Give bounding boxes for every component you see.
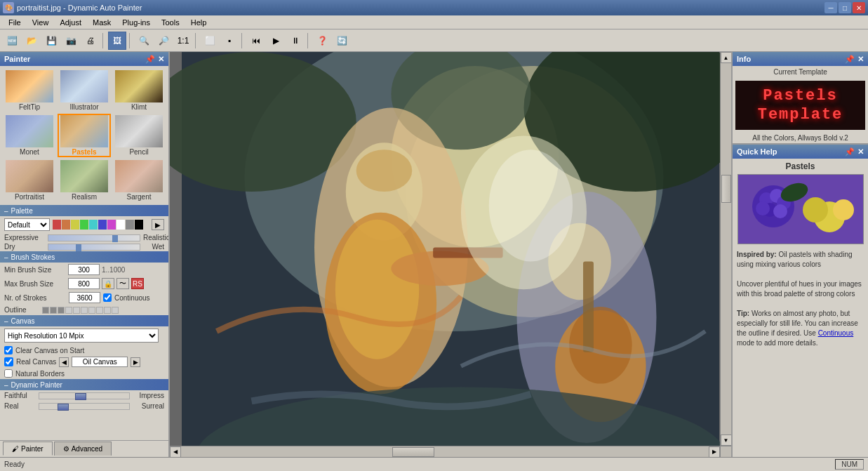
horizontal-scrollbar: ◀ ▶ bbox=[170, 446, 720, 457]
swatch-red[interactable] bbox=[53, 220, 61, 230]
toolbar-paint[interactable]: 🖼 bbox=[108, 32, 126, 50]
v-scroll-track[interactable] bbox=[721, 63, 731, 434]
template-monet[interactable]: Monet bbox=[3, 114, 56, 157]
swatch-orange[interactable] bbox=[62, 220, 70, 230]
palette-select[interactable]: Default bbox=[4, 218, 50, 231]
scroll-down-btn[interactable]: ▼ bbox=[721, 434, 732, 446]
body-text: Uncover plentiful of hues in your images… bbox=[737, 280, 862, 298]
real-canvas-row: Real Canvas ◀ Oil Canvas ▶ bbox=[0, 356, 168, 368]
tab-advanced[interactable]: ⚙ Advanced bbox=[54, 442, 112, 456]
brush-section[interactable]: Brush Strokes bbox=[0, 251, 168, 263]
swatch-black[interactable] bbox=[135, 220, 143, 230]
close-button[interactable]: ✕ bbox=[853, 2, 865, 13]
continuous-checkbox[interactable] bbox=[103, 293, 112, 302]
painting-svg bbox=[170, 52, 731, 457]
h-scroll-track[interactable] bbox=[181, 446, 709, 457]
help-preview-image bbox=[737, 174, 864, 244]
canvas-label: Canvas bbox=[11, 317, 35, 325]
info-close[interactable]: ✕ bbox=[857, 55, 864, 64]
real-canvas-checkbox[interactable] bbox=[4, 357, 13, 366]
swatch-gray[interactable] bbox=[126, 220, 134, 230]
maximize-button[interactable]: □ bbox=[839, 2, 851, 13]
svg-point-9 bbox=[356, 150, 413, 192]
menu-adjust[interactable]: Adjust bbox=[54, 17, 87, 28]
minimize-button[interactable]: ─ bbox=[824, 2, 837, 13]
clear-canvas-checkbox[interactable] bbox=[4, 346, 13, 354]
dp-section[interactable]: Dynamic Painter bbox=[0, 379, 168, 390]
swatch-magenta[interactable] bbox=[107, 220, 116, 230]
toolbar-help[interactable]: ❓ bbox=[313, 32, 331, 50]
natural-borders-checkbox[interactable] bbox=[4, 369, 13, 378]
status-right: NUM bbox=[835, 459, 864, 470]
toolbar-pause[interactable]: ⏸ bbox=[286, 32, 305, 50]
template-klimt[interactable]: Klimt bbox=[112, 69, 166, 112]
template-thumb-klimt bbox=[115, 70, 163, 102]
toolbar-scan[interactable]: 📷 bbox=[62, 32, 80, 50]
help-close[interactable]: ✕ bbox=[857, 147, 864, 157]
outline-bar[interactable] bbox=[42, 307, 119, 314]
scroll-left-btn[interactable]: ◀ bbox=[170, 446, 181, 458]
toolbar-zoom-in[interactable]: 🔍 bbox=[135, 32, 153, 50]
tab-painter[interactable]: 🖌 Painter bbox=[3, 442, 53, 456]
toolbar-new[interactable]: 🆕 bbox=[3, 32, 21, 50]
v-scroll-thumb[interactable] bbox=[721, 175, 731, 203]
swatch-green[interactable] bbox=[80, 220, 88, 230]
toolbar-zoom-out[interactable]: 🔎 bbox=[154, 32, 173, 50]
template-realism[interactable]: Realism bbox=[58, 159, 111, 202]
swatch-white[interactable] bbox=[116, 220, 125, 230]
wave-icon[interactable]: 〜 bbox=[116, 278, 129, 289]
swatch-yellow[interactable] bbox=[71, 220, 79, 230]
toolbar-open[interactable]: 📂 bbox=[22, 32, 41, 50]
info-pin[interactable]: 📌 bbox=[845, 55, 855, 64]
strokes-input[interactable] bbox=[69, 292, 100, 303]
strokes-row: Nr. of Strokes Continuous bbox=[0, 291, 168, 305]
template-pastels[interactable]: Pastels bbox=[58, 114, 111, 157]
menu-plugins[interactable]: Plug-ins bbox=[116, 17, 156, 28]
template-portraitist[interactable]: Portraitist bbox=[3, 159, 56, 202]
toolbar-rotate[interactable]: 🔄 bbox=[333, 32, 351, 50]
template-pencil[interactable]: Pencil bbox=[112, 114, 166, 157]
lock-icon[interactable]: 🔒 bbox=[102, 278, 114, 289]
palette-section[interactable]: Palette bbox=[0, 205, 168, 216]
toolbar-zoom-100[interactable]: 1:1 bbox=[174, 32, 192, 50]
expressive-slider[interactable] bbox=[48, 234, 140, 241]
canvas-section[interactable]: Canvas bbox=[0, 315, 168, 326]
toolbar-save[interactable]: 💾 bbox=[42, 32, 60, 50]
min-brush-input[interactable] bbox=[68, 264, 100, 275]
template-illustrator[interactable]: Illustrator bbox=[58, 69, 111, 112]
menu-tools[interactable]: Tools bbox=[156, 17, 185, 28]
canvas-next-btn[interactable]: ▶ bbox=[131, 357, 140, 367]
reset-icon[interactable]: RS bbox=[131, 278, 144, 289]
swatch-blue[interactable] bbox=[98, 220, 107, 230]
natural-borders-row: Natural Borders bbox=[0, 368, 168, 379]
toolbar-print[interactable]: 🖨 bbox=[81, 32, 100, 50]
help-pin[interactable]: 📌 bbox=[845, 147, 855, 157]
menu-mask[interactable]: Mask bbox=[87, 17, 116, 28]
swatch-cyan[interactable] bbox=[89, 220, 98, 230]
canvas-prev-btn[interactable]: ◀ bbox=[59, 357, 69, 367]
template-label-sargent: Sargent bbox=[126, 193, 151, 201]
scroll-right-btn[interactable]: ▶ bbox=[709, 446, 720, 458]
continuous-link[interactable]: Continuous bbox=[818, 329, 854, 337]
real-slider[interactable] bbox=[39, 403, 130, 410]
canvas-resolution-select[interactable]: High Resolution 10 Mpix bbox=[4, 329, 159, 343]
template-felttip[interactable]: FeltTip bbox=[3, 69, 56, 112]
template-sargent[interactable]: Sargent bbox=[112, 159, 166, 202]
max-brush-input[interactable] bbox=[68, 278, 100, 289]
menu-view[interactable]: View bbox=[27, 17, 55, 28]
toolbar-split-h[interactable]: ⬜ bbox=[201, 32, 219, 50]
faithful-slider[interactable] bbox=[39, 392, 130, 399]
palette-more[interactable]: ▶ bbox=[152, 219, 164, 230]
panel-pin[interactable]: 📌 bbox=[145, 55, 155, 64]
h-scroll-thumb[interactable] bbox=[392, 447, 434, 457]
toolbar-split-v[interactable]: ▪ bbox=[220, 32, 239, 50]
scroll-up-btn[interactable]: ▲ bbox=[721, 52, 732, 63]
toolbar-rewind[interactable]: ⏮ bbox=[247, 32, 265, 50]
panel-close[interactable]: ✕ bbox=[158, 55, 164, 64]
real-canvas-label: Real Canvas bbox=[16, 358, 56, 366]
dry-thumb bbox=[76, 244, 81, 251]
dry-slider[interactable] bbox=[48, 244, 140, 251]
menu-file[interactable]: File bbox=[3, 17, 27, 28]
toolbar-play[interactable]: ▶ bbox=[267, 32, 285, 50]
menu-help[interactable]: Help bbox=[185, 17, 213, 28]
